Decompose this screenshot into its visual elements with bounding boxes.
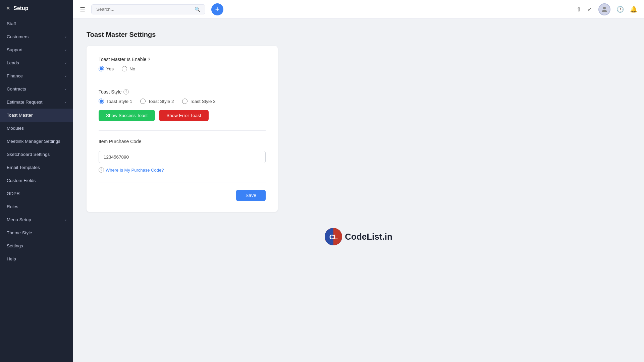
sidebar-header: ✕ Setup xyxy=(0,0,73,17)
style-label: Toast Style ? xyxy=(99,89,266,95)
form-footer: Save xyxy=(99,182,266,201)
chevron-icon: ‹ xyxy=(65,35,66,39)
style-label-ts1: Toast Style 1 xyxy=(106,99,132,104)
search-wrapper: 🔍 xyxy=(91,4,205,14)
where-is-purchase-code-link[interactable]: ? Where Is My Purchase Code? xyxy=(99,167,266,173)
purchase-code-section: Item Purchase Code ? Where Is My Purchas… xyxy=(99,139,266,173)
search-input[interactable] xyxy=(96,7,192,12)
sidebar-item-meetlink-manager-settings[interactable]: Meetlink Manager Settings xyxy=(0,135,73,148)
topbar: ☰ 🔍 + ⇧ ✓ 🕐 🔔 xyxy=(73,0,644,19)
enable-radio-group: Yes No xyxy=(99,66,266,71)
style-label-ts2: Toast Style 2 xyxy=(148,99,174,104)
sidebar-item-label: Help xyxy=(7,256,16,261)
purchase-code-input[interactable] xyxy=(99,151,266,163)
sidebar-item-theme-style[interactable]: Theme Style xyxy=(0,226,73,239)
enable-no-option[interactable]: No xyxy=(122,66,135,71)
settings-card: Toast Master Is Enable ? Yes No Toast S xyxy=(87,46,278,212)
sidebar-item-label: Sketchboard Settings xyxy=(7,152,50,157)
bell-icon[interactable]: 🔔 xyxy=(630,6,637,13)
sidebar-item-support[interactable]: Support‹ xyxy=(0,43,73,56)
content-area: Toast Master Settings Toast Master Is En… xyxy=(73,19,644,362)
style-option-ts2[interactable]: Toast Style 2 xyxy=(140,99,174,104)
sidebar-item-label: Toast Master xyxy=(7,113,33,118)
purchase-help-icon: ? xyxy=(99,167,104,173)
chevron-icon: ‹ xyxy=(65,61,66,65)
chevron-icon: ‹ xyxy=(65,100,66,104)
main-area: ☰ 🔍 + ⇧ ✓ 🕐 🔔 Toast Master Settings Toas… xyxy=(73,0,644,362)
sidebar-item-menu-setup[interactable]: Menu Setup‹ xyxy=(0,213,73,226)
chevron-icon: ‹ xyxy=(65,87,66,91)
page-title: Toast Master Settings xyxy=(87,31,631,39)
sidebar-item-help[interactable]: Help xyxy=(0,252,73,265)
sidebar-item-finance[interactable]: Finance‹ xyxy=(0,69,73,82)
menu-icon[interactable]: ☰ xyxy=(80,6,85,13)
style-radio-ts3[interactable] xyxy=(182,99,187,104)
sidebar-item-label: Theme Style xyxy=(7,230,32,235)
sidebar-item-toast-master[interactable]: Toast Master xyxy=(0,109,73,122)
sidebar-item-label: Staff xyxy=(7,21,16,26)
enable-section: Toast Master Is Enable ? Yes No xyxy=(99,57,266,71)
sidebar-item-label: Contracts xyxy=(7,86,26,92)
branding-section: CL CodeList.in xyxy=(87,228,631,247)
style-help-icon[interactable]: ? xyxy=(123,89,129,95)
sidebar-item-gdpr[interactable]: GDPR xyxy=(0,187,73,200)
svg-text:CL: CL xyxy=(329,233,338,241)
sidebar-item-roles[interactable]: Roles xyxy=(0,200,73,213)
clock-icon[interactable]: 🕐 xyxy=(616,6,624,13)
sidebar-item-contracts[interactable]: Contracts‹ xyxy=(0,82,73,96)
show-success-toast-button[interactable]: Show Success Toast xyxy=(99,110,155,121)
search-icon: 🔍 xyxy=(195,7,200,12)
sidebar-item-label: Support xyxy=(7,47,22,52)
style-radio-ts1[interactable] xyxy=(99,99,104,104)
purchase-code-label: Item Purchase Code xyxy=(99,139,266,144)
sidebar-item-label: GDPR xyxy=(7,191,20,196)
enable-yes-radio[interactable] xyxy=(99,66,104,71)
sidebar-item-label: Menu Setup xyxy=(7,217,31,222)
add-button[interactable]: + xyxy=(211,3,223,15)
sidebar-item-label: Meetlink Manager Settings xyxy=(7,139,60,144)
sidebar-item-settings[interactable]: Settings xyxy=(0,239,73,252)
sidebar-item-email-templates[interactable]: Email Templates xyxy=(0,161,73,174)
style-label-ts3: Toast Style 3 xyxy=(190,99,216,104)
show-error-toast-button[interactable]: Show Error Toast xyxy=(159,110,208,121)
style-section: Toast Style ? Toast Style 1 Toast Style … xyxy=(99,89,266,121)
check-icon[interactable]: ✓ xyxy=(587,6,592,13)
sidebar-item-estimate-request[interactable]: Estimate Request‹ xyxy=(0,96,73,109)
sidebar-item-label: Customers xyxy=(7,34,29,39)
style-option-ts3[interactable]: Toast Style 3 xyxy=(182,99,216,104)
avatar[interactable] xyxy=(598,3,610,15)
sidebar-item-modules[interactable]: Modules xyxy=(0,122,73,135)
sidebar-title: Setup xyxy=(13,5,28,11)
close-icon[interactable]: ✕ xyxy=(6,6,10,11)
sidebar-item-label: Settings xyxy=(7,243,23,248)
enable-label: Toast Master Is Enable ? xyxy=(99,57,266,62)
logo-mark: CL xyxy=(325,228,342,245)
enable-no-radio[interactable] xyxy=(122,66,127,71)
enable-yes-option[interactable]: Yes xyxy=(99,66,114,71)
style-radio-group: Toast Style 1 Toast Style 2 Toast Style … xyxy=(99,99,266,104)
share-icon[interactable]: ⇧ xyxy=(576,6,581,13)
style-option-ts1[interactable]: Toast Style 1 xyxy=(99,99,132,104)
chevron-icon: ‹ xyxy=(65,48,66,52)
sidebar-item-label: Leads xyxy=(7,60,19,65)
sidebar-item-customers[interactable]: Customers‹ xyxy=(0,30,73,43)
sidebar-item-label: Finance xyxy=(7,73,23,78)
chevron-icon: ‹ xyxy=(65,218,66,222)
sidebar-item-label: Email Templates xyxy=(7,165,40,170)
sidebar-item-label: Roles xyxy=(7,204,18,209)
sidebar-item-sketchboard-settings[interactable]: Sketchboard Settings xyxy=(0,148,73,161)
style-radio-ts2[interactable] xyxy=(140,99,146,104)
toast-buttons: Show Success Toast Show Error Toast xyxy=(99,110,266,121)
save-button[interactable]: Save xyxy=(236,190,266,201)
sidebar-item-staff[interactable]: Staff xyxy=(0,17,73,30)
sidebar-item-label: Modules xyxy=(7,126,24,131)
sidebar: ✕ Setup StaffCustomers‹Support‹Leads‹Fin… xyxy=(0,0,73,362)
chevron-icon: ‹ xyxy=(65,74,66,78)
sidebar-item-label: Estimate Request xyxy=(7,100,43,105)
enable-no-label: No xyxy=(129,66,135,71)
sidebar-item-leads[interactable]: Leads‹ xyxy=(0,56,73,69)
divider-1 xyxy=(99,81,266,81)
divider-2 xyxy=(99,130,266,131)
svg-point-0 xyxy=(603,7,606,9)
sidebar-item-custom-fields[interactable]: Custom Fields xyxy=(0,174,73,187)
